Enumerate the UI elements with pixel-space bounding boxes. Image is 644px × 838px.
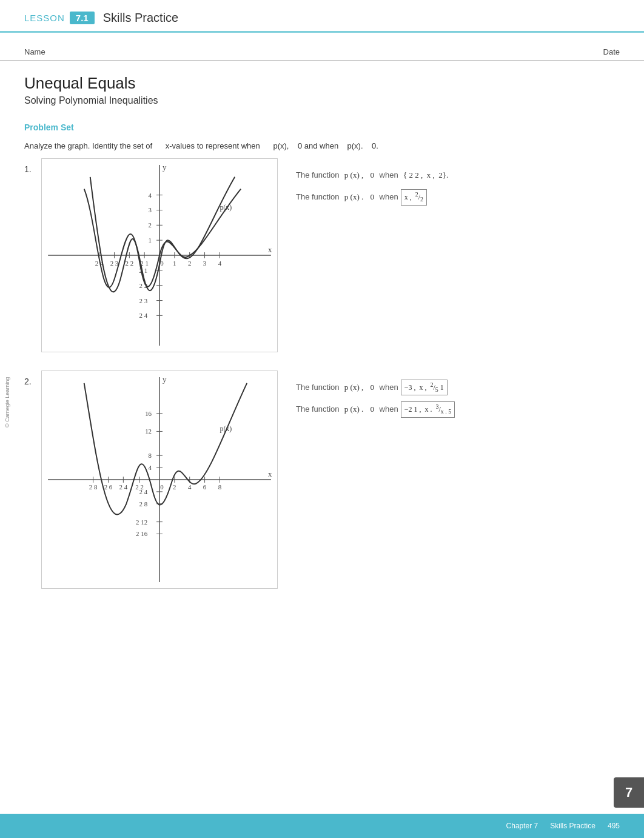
svg-text:x: x: [268, 469, 272, 478]
when-1b: when: [377, 189, 398, 206]
footer-chapter-text: Chapter 7: [506, 822, 538, 830]
gte-2a: 0: [368, 379, 374, 397]
answer-2b-line: The function p (x) . 0 when −2 1 , x . 3…: [296, 401, 620, 418]
page-tab: 7: [614, 777, 644, 808]
problem-set-header: Problem Set: [0, 112, 644, 138]
page-type-title: Skills Practice: [103, 11, 178, 25]
svg-text:16: 16: [145, 409, 152, 417]
svg-text:4: 4: [149, 191, 152, 198]
func-text-1b: The function: [296, 189, 340, 206]
answer-2a-line: The function p (x) , 0 when −3 , x , 2/5…: [296, 379, 620, 397]
set-1a: { 2 2 , x , 2}.: [401, 167, 448, 184]
svg-text:2 3: 2 3: [139, 297, 147, 304]
svg-text:2 3: 2 3: [110, 259, 119, 266]
svg-text:2 6: 2 6: [104, 483, 113, 490]
svg-text:8: 8: [149, 452, 152, 459]
svg-text:6: 6: [203, 483, 207, 490]
svg-text:1: 1: [149, 236, 152, 244]
svg-text:2: 2: [173, 483, 176, 490]
svg-text:1: 1: [173, 259, 176, 266]
title-block: Unequal Equals Solving Polynomial Inequa…: [0, 61, 644, 112]
svg-text:y: y: [163, 162, 167, 171]
px-expr-1a: p (x) ,: [343, 167, 364, 184]
px-expr-1b: p (x) .: [343, 189, 364, 206]
copyright-text: © Carnegie Learning: [4, 377, 10, 427]
when-1a: when: [377, 167, 398, 184]
page-header: LESSON 7.1 Skills Practice: [0, 0, 644, 33]
svg-text:2: 2: [149, 221, 152, 229]
page-footer: Chapter 7 Skills Practice 495: [0, 814, 644, 838]
svg-text:2: 2: [188, 259, 191, 266]
svg-text:2 4: 2 4: [119, 483, 128, 490]
footer-skills-practice: Skills Practice: [550, 822, 595, 830]
svg-text:2 16: 2 16: [136, 530, 148, 537]
problem-2-row: 2. 16 12 8 4 2 4 2 8 2 12: [24, 370, 620, 589]
bracket-2b: −2 1 , x . 3/x . 5: [401, 401, 455, 417]
graph-1-svg: 4 3 2 1 2 1 2 2 2 3: [42, 159, 277, 352]
svg-text:8: 8: [218, 483, 222, 490]
lesson-number-box: 7.1: [70, 12, 95, 24]
name-date-row: Name Date: [0, 33, 644, 61]
footer-chapter: Chapter 7 Skills Practice 495: [506, 822, 620, 830]
problems-container: 1. 4 3 2: [0, 158, 644, 589]
svg-text:4: 4: [188, 483, 192, 490]
svg-text:0: 0: [160, 483, 164, 490]
lte-1b: 0: [368, 189, 374, 206]
main-title: Unequal Equals: [24, 74, 620, 93]
svg-text:y: y: [163, 374, 167, 383]
svg-text:2 12: 2 12: [136, 518, 147, 525]
svg-text:2 4: 2 4: [139, 312, 147, 319]
func-text-2b: The function: [296, 401, 340, 418]
sub-title: Solving Polynomial Inequalities: [24, 95, 620, 106]
bracket-2a: −3 , x , 2/5 1: [401, 380, 448, 395]
problem-1-number: 1.: [24, 158, 41, 174]
date-label: Date: [603, 47, 620, 56]
svg-text:x: x: [268, 245, 272, 254]
when-2b: when: [377, 401, 398, 418]
when-2a: when: [377, 379, 398, 397]
lte-2b: 0: [368, 401, 374, 418]
px-expr-2b: p (x) .: [343, 401, 364, 418]
graph-2-container: 16 12 8 4 2 4 2 8 2 12 2 16 2 8 2 6: [41, 370, 278, 589]
answer-1b-line: The function p (x) . 0 when x , 2/2: [296, 189, 620, 206]
problem-2-number: 2.: [24, 370, 41, 386]
svg-text:2 8: 2 8: [89, 483, 98, 490]
bracket-1b: x , 2/2: [401, 189, 427, 205]
problem-1-answers: The function p (x) , 0 when { 2 2 , x , …: [296, 158, 620, 211]
svg-text:2 8: 2 8: [139, 500, 147, 507]
svg-text:p(x): p(x): [220, 203, 232, 212]
problem-set-label: Problem Set: [24, 122, 74, 132]
svg-text:3: 3: [203, 259, 207, 266]
svg-text:3: 3: [149, 206, 152, 213]
instruction-text: Analyze the graph. Identity the set of x…: [24, 141, 378, 150]
answer-1a-line: The function p (x) , 0 when { 2 2 , x , …: [296, 167, 620, 184]
footer-page-number: 495: [608, 822, 620, 830]
svg-text:4: 4: [218, 259, 222, 266]
problem-1-row: 1. 4 3 2: [24, 158, 620, 352]
svg-text:2 2: 2 2: [125, 259, 133, 266]
graph-1-container: 4 3 2 1 2 1 2 2 2 3: [41, 158, 278, 352]
px-expr-2a: p (x) ,: [343, 379, 364, 397]
name-label: Name: [24, 47, 579, 56]
graph-2-svg: 16 12 8 4 2 4 2 8 2 12 2 16 2 8 2 6: [42, 371, 277, 588]
func-text-2a: The function: [296, 379, 340, 397]
lesson-label: LESSON: [24, 13, 65, 23]
instruction-row: Analyze the graph. Identity the set of x…: [0, 138, 644, 158]
svg-text:4: 4: [149, 464, 152, 471]
svg-text:2 2: 2 2: [135, 483, 144, 490]
problem-2-answers: The function p (x) , 0 when −3 , x , 2/5…: [296, 370, 620, 423]
svg-text:12: 12: [145, 427, 152, 435]
func-text-1a: The function: [296, 167, 340, 184]
gte-1a: 0: [368, 167, 374, 184]
